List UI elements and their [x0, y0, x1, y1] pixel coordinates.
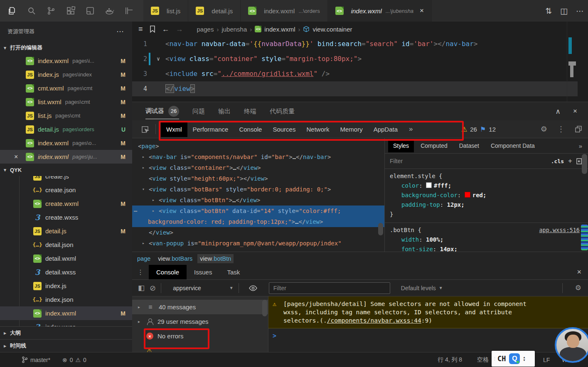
- close-console-icon[interactable]: ×: [577, 268, 581, 276]
- ime-indicator[interactable]: ⋮ CH Q ▴▾: [492, 351, 535, 367]
- bookmark-icon[interactable]: [149, 25, 156, 33]
- open-changes-icon[interactable]: ⇅: [545, 6, 552, 16]
- console-group-user-messages[interactable]: ▸ 29 user messages: [132, 314, 268, 329]
- list-item[interactable]: {…} create.json: [0, 183, 132, 197]
- search-icon[interactable]: [27, 6, 37, 16]
- explorer-more-icon[interactable]: ⋯: [116, 27, 125, 36]
- tree-node-selected[interactable]: background-color: red; padding-top:12px;…: [132, 216, 384, 227]
- tree-node[interactable]: <page>: [132, 141, 384, 152]
- git-branch-indicator[interactable]: master*: [22, 352, 50, 367]
- styles-tab-computed[interactable]: Computed: [416, 139, 453, 152]
- user-avatar[interactable]: [555, 327, 588, 363]
- explorer-icon[interactable]: [7, 6, 17, 16]
- style-property[interactable]: background-color: red;: [390, 191, 588, 200]
- group-list-scrollbar[interactable]: [262, 300, 267, 316]
- close-icon[interactable]: ×: [14, 153, 18, 161]
- list-item[interactable]: JS detail.js M: [0, 224, 132, 238]
- list-item[interactable]: 3 create.wxss: [0, 210, 132, 224]
- console-filter-input[interactable]: [273, 284, 382, 292]
- list-item[interactable]: JS detail.js pages\orders U: [0, 122, 132, 136]
- list-item[interactable]: <> list.wxml pages\cmt M: [0, 95, 132, 109]
- style-property[interactable]: color: #fff;: [390, 181, 588, 191]
- breadcrumb-item[interactable]: page: [137, 255, 150, 262]
- tab-list-js[interactable]: JS list.js: [143, 0, 188, 22]
- devtools-tab-console[interactable]: Console: [234, 122, 267, 137]
- breadcrumb-item-current[interactable]: view.botBtn: [197, 254, 234, 263]
- list-item[interactable]: <> index.wxml pages\o... M: [0, 136, 132, 150]
- list-item[interactable]: <> create.wxml M: [0, 197, 132, 210]
- list-item[interactable]: JS list.js pages\cmt M: [0, 109, 132, 122]
- panel-tab-terminal[interactable]: 终端: [244, 108, 256, 115]
- expand-icon[interactable]: ▸: [142, 238, 145, 249]
- devtools-tab-performance[interactable]: Performance: [187, 122, 234, 137]
- outline-list-icon[interactable]: ≡: [138, 25, 143, 34]
- tree-node[interactable]: <view style="height:60px;"></view>: [132, 173, 384, 184]
- expand-icon[interactable]: ▸: [138, 319, 142, 324]
- undock-icon[interactable]: [575, 125, 582, 133]
- extensions-icon[interactable]: [66, 6, 76, 16]
- console-menu-icon[interactable]: ⋮: [132, 268, 149, 276]
- back-icon[interactable]: ←: [162, 25, 170, 34]
- color-swatch[interactable]: [426, 182, 432, 188]
- devtools-tab-network[interactable]: Network: [301, 122, 335, 137]
- forward-icon[interactable]: →: [176, 25, 183, 34]
- clear-console-icon[interactable]: ⊘: [150, 284, 156, 293]
- expand-icon[interactable]: ▸: [152, 195, 155, 206]
- split-editor-icon[interactable]: ◫: [560, 6, 568, 16]
- ime-toggle-icon[interactable]: ▴▾: [523, 356, 525, 362]
- wxml-element-tree[interactable]: <page> ▸<nav-bar is="components/navbar" …: [132, 138, 384, 252]
- devtools-status-counts[interactable]: ⚠ 26 ⚑ 12: [461, 125, 496, 133]
- tree-node[interactable]: ▸<nav-bar is="components/navbar" id="bar…: [132, 152, 384, 162]
- indentation-indicator[interactable]: 空格: [477, 352, 489, 367]
- console-group-no-errors[interactable]: × No errors: [132, 329, 268, 343]
- list-item[interactable]: <> cmt.wxml pages\cmt M: [0, 81, 132, 95]
- breadcrumb-item[interactable]: pages: [197, 26, 214, 33]
- close-tab-icon[interactable]: ×: [420, 7, 424, 15]
- toggle-class-button[interactable]: .cls: [551, 158, 564, 164]
- drag-handle-icon[interactable]: ⋮: [492, 358, 496, 360]
- list-item-selected[interactable]: <> index.wxml M: [0, 306, 132, 320]
- source-control-icon[interactable]: [46, 6, 56, 16]
- expand-icon[interactable]: ▸: [152, 206, 155, 216]
- tree-node[interactable]: ▸<van-popup is="miniprogram_npm/@vant/we…: [132, 238, 384, 249]
- collapse-panel-icon[interactable]: ∧: [556, 107, 561, 116]
- dropdown-icon[interactable]: ▼: [229, 286, 234, 290]
- log-levels-selector[interactable]: Default levels▼: [401, 285, 443, 291]
- list-item[interactable]: JS index.js: [0, 279, 132, 293]
- panel-left-icon[interactable]: ◧: [138, 284, 145, 292]
- fold-icon[interactable]: ∨: [151, 51, 165, 66]
- source-link[interactable]: /components/navbar.wxss:44: [327, 317, 421, 324]
- expand-icon[interactable]: ▸: [138, 305, 142, 309]
- console-prompt-icon[interactable]: >: [268, 328, 588, 340]
- list-item[interactable]: {…} detail.json: [0, 238, 132, 252]
- code-view[interactable]: 1 <nav-bar navbar-data='{{nvabarData}}' …: [132, 37, 578, 96]
- more-tabs-icon[interactable]: »: [579, 142, 582, 149]
- more-actions-icon[interactable]: ⋯: [576, 6, 584, 16]
- console-settings-gear-icon[interactable]: ⚙: [575, 284, 581, 292]
- console-tab-task[interactable]: Task: [219, 265, 247, 279]
- devtools-tab-wxml[interactable]: Wxml: [161, 122, 187, 137]
- panel-tab-problems[interactable]: 问题: [192, 108, 205, 115]
- style-property[interactable]: padding-top: 12px;: [390, 200, 588, 210]
- breadcrumb-item[interactable]: view.botBars: [158, 255, 192, 262]
- console-group-messages[interactable]: ▸ ≡ 40 messages: [132, 300, 268, 314]
- close-panel-icon[interactable]: ×: [573, 107, 577, 116]
- list-item[interactable]: 3 detail.wxss: [0, 265, 132, 279]
- list-item[interactable]: {…} index.json: [0, 293, 132, 306]
- list-item[interactable]: JS create.js: [0, 176, 132, 183]
- menu-dots-icon[interactable]: ⋮: [557, 125, 565, 134]
- folder-section-header[interactable]: ▾ QYK: [0, 164, 132, 176]
- color-swatch[interactable]: [465, 192, 470, 198]
- tab-index-wxml-jubensha[interactable]: <> index.wxml ...\jubensha ×: [328, 0, 432, 22]
- cursor-position[interactable]: 行 4, 列 8: [438, 352, 462, 367]
- styles-tab-styles[interactable]: Styles: [388, 139, 414, 152]
- styles-tab-component-data[interactable]: Component Data: [486, 139, 540, 152]
- styles-filter-input[interactable]: [389, 157, 495, 165]
- console-warning-message[interactable]: ⚠ [pages/jubensha/detail] Some selectors…: [268, 296, 588, 328]
- remote-window-icon[interactable]: [85, 6, 95, 16]
- open-editors-section-header[interactable]: ▾ 打开的编辑器: [0, 42, 132, 54]
- tree-node[interactable]: ▸<view class="botBtn">…</view>: [132, 195, 384, 206]
- panel-tab-code-quality[interactable]: 代码质量: [270, 108, 295, 115]
- console-messages[interactable]: ⚠ [pages/jubensha/detail] Some selectors…: [268, 296, 588, 352]
- expand-icon[interactable]: ▸: [142, 152, 145, 162]
